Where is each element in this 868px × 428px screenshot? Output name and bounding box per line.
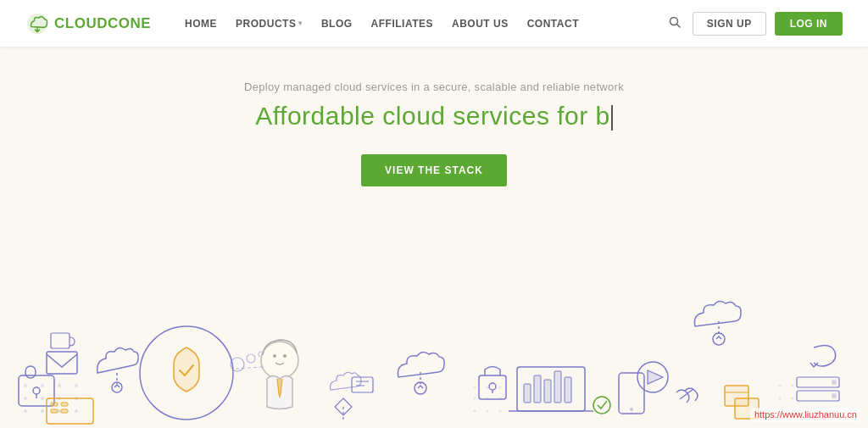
illustration-svg (0, 242, 868, 428)
nav-actions: SIGN UP LOG IN (665, 12, 843, 36)
svg-rect-57 (554, 371, 561, 403)
svg-rect-36 (352, 377, 373, 392)
svg-point-73 (779, 385, 782, 387)
hero-title: Affordable cloud services for b (255, 102, 613, 131)
svg-rect-54 (524, 384, 531, 403)
svg-point-77 (779, 410, 782, 413)
svg-point-49 (499, 410, 502, 413)
view-stack-button[interactable]: VIEW THE STACK (361, 154, 507, 186)
svg-point-34 (283, 354, 287, 358)
svg-point-45 (487, 386, 489, 389)
svg-line-35 (236, 367, 263, 369)
svg-point-70 (832, 380, 837, 385)
svg-rect-30 (47, 352, 77, 374)
svg-rect-22 (51, 409, 58, 413)
search-icon (669, 16, 681, 28)
svg-point-44 (474, 386, 476, 389)
chevron-down-icon: ▾ (298, 19, 303, 27)
hero-section: Deploy managed cloud services in a secur… (0, 47, 868, 428)
svg-rect-62 (619, 373, 644, 414)
svg-point-63 (630, 408, 633, 411)
svg-point-14 (75, 385, 78, 387)
logo[interactable]: CLOUDCONE (25, 12, 151, 36)
svg-point-10 (42, 385, 44, 387)
svg-point-11 (58, 385, 61, 387)
svg-point-51 (489, 383, 496, 390)
svg-point-72 (832, 393, 837, 398)
svg-point-76 (792, 397, 794, 400)
svg-rect-31 (51, 333, 70, 348)
svg-rect-50 (479, 375, 506, 399)
svg-point-32 (261, 342, 298, 379)
svg-point-41 (474, 397, 476, 400)
svg-rect-23 (61, 409, 68, 413)
nav-contact[interactable]: CONTACT (527, 18, 579, 30)
svg-rect-20 (51, 403, 58, 406)
signup-button[interactable]: SIGN UP (693, 12, 766, 36)
svg-point-78 (792, 410, 794, 413)
svg-rect-21 (61, 403, 68, 406)
nav-links: HOME PRODUCTS ▾ BLOG AFFILIATES ABOUT US… (185, 18, 665, 30)
svg-point-74 (792, 385, 794, 387)
svg-rect-55 (534, 375, 541, 403)
svg-line-2 (676, 25, 680, 28)
svg-point-33 (273, 354, 276, 358)
svg-point-9 (25, 385, 27, 387)
svg-point-40 (415, 382, 426, 394)
nav-products[interactable]: PRODUCTS ▾ (236, 18, 303, 30)
svg-point-7 (42, 397, 44, 400)
navbar: CLOUDCONE HOME PRODUCTS ▾ BLOG AFFILIATE… (0, 0, 868, 47)
nav-affiliates[interactable]: AFFILIATES (371, 18, 433, 30)
svg-rect-58 (565, 377, 571, 403)
login-button[interactable]: LOG IN (775, 12, 843, 36)
nav-blog[interactable]: BLOG (321, 18, 353, 30)
svg-rect-56 (544, 380, 551, 403)
svg-point-17 (33, 387, 40, 394)
svg-point-46 (499, 386, 502, 389)
hero-subtitle: Deploy managed cloud services in a secur… (244, 81, 624, 93)
nav-about[interactable]: ABOUT US (452, 18, 509, 30)
svg-point-12 (75, 410, 78, 413)
svg-point-28 (247, 354, 255, 363)
logo-text: CLOUDCONE (54, 15, 151, 32)
svg-point-3 (25, 410, 27, 413)
svg-point-75 (779, 397, 782, 400)
typing-cursor (611, 105, 613, 131)
svg-point-4 (42, 410, 44, 413)
svg-point-68 (593, 397, 610, 414)
search-button[interactable] (665, 13, 684, 34)
svg-rect-16 (25, 366, 36, 378)
logo-icon (25, 12, 49, 36)
svg-point-48 (487, 410, 489, 413)
hero-illustration (0, 242, 868, 428)
svg-point-6 (25, 397, 27, 400)
svg-point-60 (713, 333, 725, 345)
svg-point-47 (474, 410, 476, 413)
svg-rect-15 (19, 375, 54, 406)
svg-point-5 (58, 410, 61, 413)
svg-rect-67 (735, 398, 759, 419)
nav-home[interactable]: HOME (185, 18, 217, 30)
